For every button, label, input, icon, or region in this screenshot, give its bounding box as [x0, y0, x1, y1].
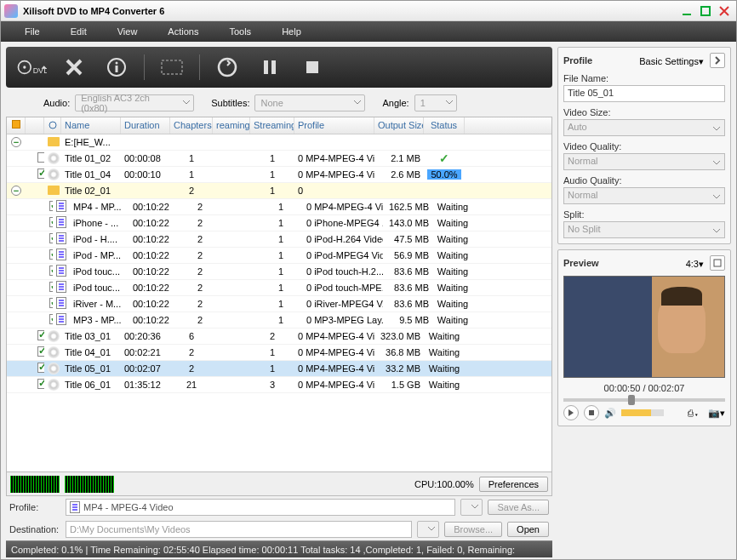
document-icon: [56, 297, 66, 309]
delete-button[interactable]: [59, 52, 89, 83]
col-reaming[interactable]: reaming: [213, 117, 250, 134]
destination-input[interactable]: [66, 521, 412, 538]
angle-dropdown[interactable]: 1: [414, 94, 457, 111]
row-checkbox[interactable]: [37, 379, 44, 389]
table-row[interactable]: MP4 - MP...00:10:22210 MP4-MPEG-4 Vi...1…: [7, 199, 551, 215]
col-streaming[interactable]: Streaming: [250, 117, 294, 134]
col-check[interactable]: [26, 117, 44, 134]
close-button[interactable]: [716, 4, 733, 18]
table-row[interactable]: Title 01_0400:00:10110 MP4-MPEG-4 Vi...2…: [7, 167, 551, 183]
audioquality-field[interactable]: Normal: [563, 187, 725, 204]
table-row[interactable]: iPhone - ...00:10:22210 iPhone-MPEG4 ...…: [7, 215, 551, 231]
pause-button[interactable]: [254, 52, 285, 83]
menu-tools[interactable]: Tools: [214, 26, 266, 37]
convert-button[interactable]: [212, 52, 243, 83]
col-expand[interactable]: [7, 117, 26, 134]
videoquality-label: Video Quality:: [563, 141, 725, 151]
document-icon: [56, 281, 66, 293]
profile-next-button[interactable]: [710, 53, 725, 68]
split-label: Split:: [563, 209, 725, 220]
menu-actions[interactable]: Actions: [152, 26, 214, 37]
snapshot-settings-icon[interactable]: ⎙▾: [688, 408, 700, 418]
cell-streaming: 1: [259, 299, 303, 309]
preview-ratio[interactable]: 4:3: [686, 259, 699, 269]
table-row[interactable]: Title 01_0200:00:08110 MP4-MPEG-4 Vi...2…: [7, 151, 551, 167]
play-button[interactable]: [563, 405, 579, 420]
info-button[interactable]: [101, 52, 132, 83]
row-checkbox[interactable]: [37, 169, 44, 179]
preview-popout-button[interactable]: [710, 255, 725, 271]
menubar: File Edit View Actions Tools Help: [1, 21, 736, 42]
row-checkbox[interactable]: [49, 249, 53, 260]
snapshot-icon[interactable]: 📷▾: [708, 408, 725, 419]
svg-rect-11: [271, 60, 276, 74]
menu-view[interactable]: View: [102, 26, 153, 37]
menu-file[interactable]: File: [9, 26, 55, 37]
preferences-button[interactable]: Preferences: [479, 477, 548, 492]
profile-dropdown[interactable]: [460, 499, 483, 516]
row-checkbox[interactable]: [49, 314, 53, 324]
subtitles-dropdown[interactable]: None: [254, 94, 365, 111]
preview-video[interactable]: [563, 276, 725, 378]
maximize-button[interactable]: [697, 4, 714, 18]
row-checkbox[interactable]: [49, 282, 53, 292]
col-name[interactable]: Name: [61, 117, 121, 134]
statusbar: Completed: 0.1% | Time Remaining: 02:55:…: [6, 540, 552, 557]
row-checkbox[interactable]: [37, 346, 44, 357]
row-checkbox[interactable]: [37, 363, 44, 373]
table-row[interactable]: iPod touc...00:10:22210 iPod touch-MPE..…: [7, 280, 551, 296]
table-row[interactable]: MP3 - MP...00:10:22210 MP3-MPEG Lay...9.…: [7, 312, 551, 329]
expand-icon[interactable]: −: [11, 137, 21, 147]
row-checkbox[interactable]: [37, 152, 44, 163]
cell-size: 2.6 MB: [374, 169, 424, 180]
table-row[interactable]: iPod - MP...00:10:22210 iPod-MPEG4 Vid..…: [7, 248, 551, 264]
split-field[interactable]: No Split: [563, 221, 725, 238]
row-checkbox[interactable]: [49, 217, 53, 227]
table-row[interactable]: Title 06_0101:35:122130 MP4-MPEG-4 Vi...…: [7, 377, 551, 393]
col-icon[interactable]: [44, 117, 61, 134]
col-chapters[interactable]: Chapters: [170, 117, 213, 134]
open-button[interactable]: Open: [507, 522, 549, 537]
stop-button[interactable]: [297, 52, 328, 83]
destination-dropdown[interactable]: [417, 521, 439, 538]
row-checkbox[interactable]: [49, 233, 53, 243]
audio-dropdown[interactable]: English AC3 2ch (0x80): [75, 94, 194, 111]
clip-button[interactable]: [157, 52, 187, 83]
cell-chapters: 2: [179, 266, 221, 277]
table-row[interactable]: −⬚E:[HE_W...: [7, 134, 551, 151]
progress-badge: 50.0%: [427, 169, 461, 180]
volume-icon[interactable]: 🔊: [604, 408, 616, 419]
table-row[interactable]: Title 05_0100:02:07210 MP4-MPEG-4 Vi...3…: [7, 361, 551, 377]
browse-button[interactable]: Browse...: [444, 522, 502, 537]
col-outputsize[interactable]: Output Size: [374, 117, 424, 134]
col-duration[interactable]: Duration: [121, 117, 170, 134]
col-status[interactable]: Status: [424, 117, 465, 134]
stop-preview-button[interactable]: [584, 405, 599, 420]
expand-icon[interactable]: −: [11, 186, 21, 196]
table-row[interactable]: Title 03_0100:20:36620 MP4-MPEG-4 Vi...3…: [7, 329, 551, 345]
volume-slider[interactable]: [621, 409, 664, 416]
row-checkbox[interactable]: [37, 330, 44, 340]
preview-time: 00:00:50 / 00:02:07: [563, 383, 725, 393]
table-row[interactable]: iPod - H....00:10:22210 iPod-H.264 Video…: [7, 231, 551, 248]
table-row[interactable]: iPod touc...00:10:22210 iPod touch-H.2..…: [7, 264, 551, 280]
preview-panel: Preview 4:3▾ 00:00:50 / 00:02:07 🔊 ⎙▾: [557, 249, 731, 426]
videoquality-field[interactable]: Normal: [563, 153, 725, 170]
cell-streaming: 3: [250, 380, 294, 390]
preview-slider[interactable]: [563, 398, 725, 402]
row-checkbox[interactable]: [49, 266, 53, 276]
minimize-button[interactable]: [678, 4, 695, 18]
col-profile[interactable]: Profile: [294, 117, 374, 134]
table-row[interactable]: −Title 02_01210: [7, 183, 551, 199]
videosize-field[interactable]: Auto: [563, 119, 725, 136]
table-row[interactable]: iRiver - M...00:10:22210 iRiver-MPEG4 V.…: [7, 296, 551, 312]
save-as-button[interactable]: Save As...: [488, 500, 549, 515]
table-row[interactable]: Title 04_0100:02:21210 MP4-MPEG-4 Vi...3…: [7, 345, 551, 361]
menu-edit[interactable]: Edit: [55, 26, 102, 37]
menu-help[interactable]: Help: [266, 26, 317, 37]
profile-mode[interactable]: Basic Settings: [639, 56, 699, 66]
dvd-source-button[interactable]: DVD: [16, 52, 47, 83]
row-checkbox[interactable]: [49, 298, 53, 308]
filename-field[interactable]: Title 05_01: [563, 85, 725, 102]
row-checkbox[interactable]: [49, 201, 53, 211]
